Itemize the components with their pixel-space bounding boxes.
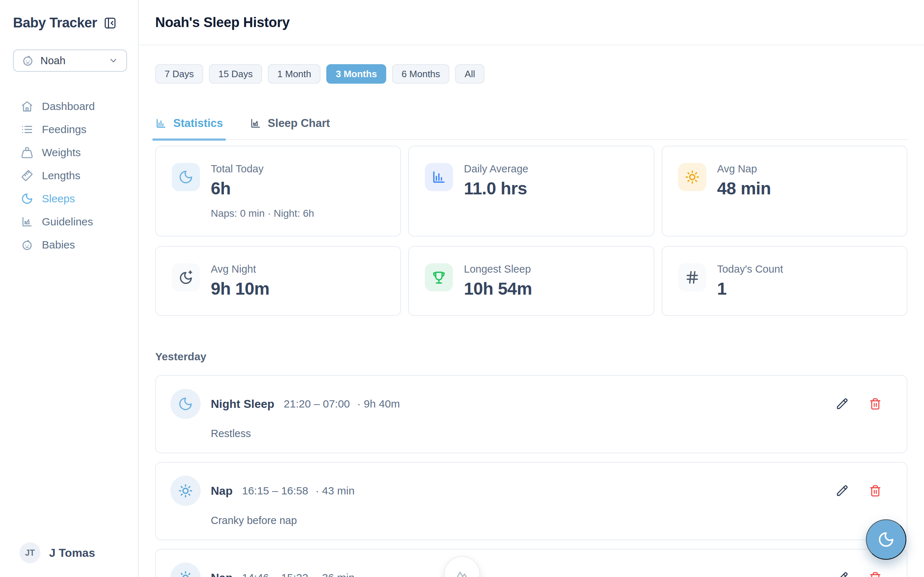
hash-icon (678, 263, 706, 292)
main-area: Noah's Sleep History 7 Days 15 Days 1 Mo… (139, 0, 924, 577)
filter-all[interactable]: All (455, 64, 485, 84)
user-name: J Tomas (49, 546, 95, 560)
history-section-label: Yesterday (155, 351, 908, 363)
stat-label: Avg Night (211, 263, 269, 275)
baby-icon (21, 239, 33, 251)
moon-icon (172, 163, 200, 191)
stat-value: 1 (717, 279, 783, 298)
user-row[interactable]: JT J Tomas (13, 542, 127, 563)
stat-sub: Naps: 0 min · Night: 6h (211, 208, 314, 219)
tab-statistics[interactable]: Statistics (155, 117, 223, 139)
sidebar-item-babies[interactable]: Babies (21, 233, 127, 256)
filter-1-month[interactable]: 1 Month (268, 64, 320, 84)
avatar: JT (19, 542, 40, 563)
entry-duration: · 36 min (315, 572, 354, 577)
line-chart-icon (250, 118, 261, 129)
stat-card-avg-nap: Avg Nap 48 min (662, 146, 908, 237)
ruler-icon (21, 169, 33, 182)
entry-type: Nap (211, 571, 233, 577)
entry-note: Restless (211, 428, 881, 440)
stat-value: 48 min (717, 179, 771, 198)
moon-icon (170, 389, 201, 419)
edit-icon[interactable] (836, 485, 848, 497)
range-filter-group: 7 Days 15 Days 1 Month 3 Months 6 Months… (155, 64, 908, 84)
sleep-entry: Nap 14:46 – 15:22 · 36 min Cranky before… (155, 549, 908, 577)
baby-selector[interactable]: Noah (13, 49, 127, 72)
entry-type: Night Sleep (211, 397, 274, 411)
bar-chart-icon (425, 163, 453, 191)
stat-card-avg-night: Avg Night 9h 10m (155, 246, 401, 316)
trash-icon[interactable] (869, 398, 881, 410)
moon-star-icon (172, 263, 200, 292)
filter-7-days[interactable]: 7 Days (155, 64, 203, 84)
moon-icon (21, 193, 33, 205)
entry-duration: · 43 min (315, 485, 354, 497)
sidebar-item-label: Sleeps (42, 193, 75, 205)
sidebar-item-label: Guidelines (42, 216, 93, 228)
sleep-entries-list: Night Sleep 21:20 – 07:00 · 9h 40m Restl… (155, 375, 908, 577)
entry-note: Cranky before nap (211, 515, 881, 527)
stat-label: Longest Sleep (464, 263, 532, 275)
trash-icon[interactable] (869, 485, 881, 497)
sidebar-item-guidelines[interactable]: Guidelines (21, 210, 127, 233)
brand-row: Baby Tracker (13, 15, 127, 31)
stat-value: 9h 10m (211, 279, 269, 298)
sun-icon (170, 475, 201, 506)
sidebar-nav: Dashboard Feedings Weights Lengths Sleep… (13, 95, 127, 256)
sidebar-item-sleeps[interactable]: Sleeps (21, 187, 127, 210)
add-sleep-fab[interactable] (866, 519, 906, 560)
app-title: Baby Tracker (13, 15, 97, 31)
sidebar-item-lengths[interactable]: Lengths (21, 164, 127, 187)
sleep-entry: Nap 16:15 – 16:58 · 43 min Cranky before… (155, 462, 908, 540)
filter-3-months[interactable]: 3 Months (326, 64, 386, 84)
collapse-sidebar-icon[interactable] (103, 16, 116, 29)
weight-icon (21, 147, 33, 159)
entry-time-range: 21:20 – 07:00 (284, 398, 350, 410)
sun-icon (170, 562, 201, 577)
stat-card-total-today: Total Today 6h Naps: 0 min · Night: 6h (155, 146, 401, 237)
stat-label: Today's Count (717, 263, 783, 275)
tab-bar: Statistics Sleep Chart (155, 117, 908, 140)
stat-value: 10h 54m (464, 279, 532, 298)
home-icon (21, 100, 33, 113)
sidebar-item-weights[interactable]: Weights (21, 141, 127, 164)
sidebar-item-feedings[interactable]: Feedings (21, 118, 127, 141)
stat-value: 6h (211, 179, 314, 198)
sidebar-item-label: Babies (42, 239, 75, 251)
sidebar-item-label: Dashboard (42, 100, 95, 113)
entry-type: Nap (211, 484, 233, 498)
bar-chart-icon (155, 118, 167, 129)
sleep-entry: Night Sleep 21:20 – 07:00 · 9h 40m Restl… (155, 375, 908, 453)
filter-6-months[interactable]: 6 Months (392, 64, 449, 84)
stat-value: 11.0 hrs (464, 179, 528, 198)
entry-time-range: 14:46 – 15:22 (242, 572, 308, 577)
stats-grid: Total Today 6h Naps: 0 min · Night: 6h D… (155, 146, 908, 316)
stat-label: Avg Nap (717, 163, 771, 175)
stat-label: Total Today (211, 163, 314, 175)
entry-duration: · 9h 40m (357, 398, 400, 410)
stat-card-daily-average: Daily Average 11.0 hrs (408, 146, 654, 237)
tab-label: Statistics (173, 117, 223, 130)
sidebar-item-label: Weights (42, 147, 81, 159)
trophy-icon (425, 263, 453, 292)
page-header: Noah's Sleep History (139, 0, 924, 45)
baby-icon (22, 55, 34, 67)
filter-15-days[interactable]: 15 Days (209, 64, 262, 84)
sun-icon (678, 163, 706, 191)
baby-selector-value: Noah (40, 55, 65, 67)
tab-sleep-chart[interactable]: Sleep Chart (250, 117, 330, 139)
edit-icon[interactable] (836, 398, 848, 410)
trash-icon[interactable] (869, 572, 881, 577)
edit-icon[interactable] (836, 572, 848, 577)
sidebar-item-dashboard[interactable]: Dashboard (21, 95, 127, 118)
sidebar: Baby Tracker Noah Dashboard Feedings (0, 0, 139, 577)
stat-label: Daily Average (464, 163, 528, 175)
page-title: Noah's Sleep History (155, 15, 290, 30)
entry-time-range: 16:15 – 16:58 (242, 485, 308, 497)
stat-card-longest-sleep: Longest Sleep 10h 54m (408, 246, 654, 316)
list-icon (21, 123, 33, 135)
tab-label: Sleep Chart (268, 117, 330, 130)
chevron-down-icon (108, 56, 118, 66)
sidebar-item-label: Feedings (42, 123, 86, 135)
stat-card-todays-count: Today's Count 1 (662, 246, 908, 316)
